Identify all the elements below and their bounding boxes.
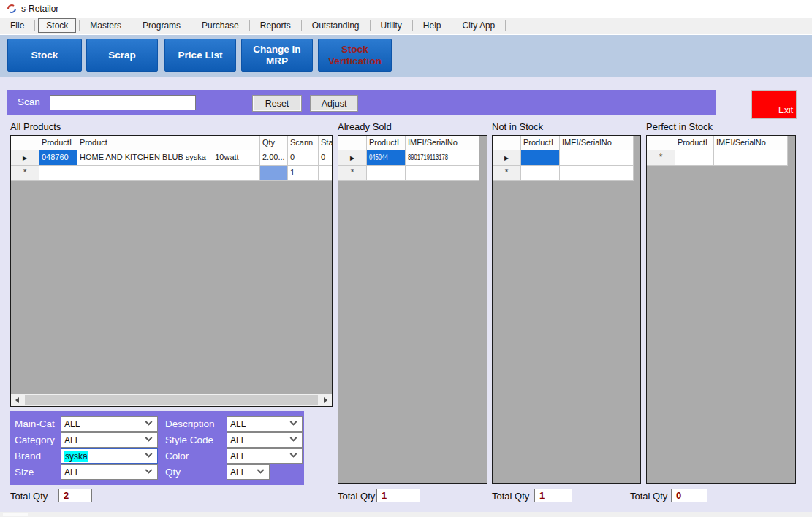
row-selector-header[interactable] [647, 136, 675, 150]
color-select[interactable]: ALL [227, 448, 303, 464]
all-products-total-qty-label: Total Qty [10, 491, 48, 502]
column-header-productid[interactable]: ProductI [675, 136, 714, 150]
app-icon [7, 4, 17, 14]
qty-select[interactable]: ALL [227, 464, 270, 480]
cell-imei[interactable] [560, 150, 634, 166]
column-header-imei[interactable]: IMEI/SerialNo [560, 136, 634, 150]
menu-item-help[interactable]: Help [413, 18, 452, 34]
brand-label: Brand [15, 451, 41, 462]
window-title: s-Retailor [21, 4, 58, 14]
not-in-stock-header-row: ProductI IMEI/SerialNo [493, 136, 640, 150]
cell-product-id[interactable] [39, 166, 77, 181]
new-row-indicator[interactable]: * [493, 166, 521, 181]
not-in-stock-title: Not in Stock [492, 121, 543, 132]
menu-item-purchase[interactable]: Purchase [191, 18, 249, 34]
new-row-indicator[interactable]: * [338, 166, 367, 181]
column-header-scanned[interactable]: Scann [288, 136, 319, 150]
main-area: Scan Reset Adjust Exit All Products Alre… [0, 77, 812, 517]
change-in-mrp-button[interactable]: Change In MRP [241, 39, 313, 72]
menu-item-file[interactable]: File [0, 18, 34, 34]
size-select[interactable]: ALL [61, 464, 158, 480]
reset-button[interactable]: Reset [252, 95, 302, 112]
table-row: ▶ 045044 8901719113178 [338, 150, 487, 166]
scroll-left-arrow-icon[interactable] [11, 394, 23, 406]
scroll-right-arrow-icon[interactable] [319, 394, 332, 406]
current-row-indicator[interactable]: ▶ [338, 150, 367, 166]
column-header-productid[interactable]: ProductI [521, 136, 560, 150]
description-select[interactable]: ALL [227, 416, 303, 432]
grid-empty-area [11, 181, 332, 394]
category-select[interactable]: ALL [61, 432, 158, 448]
cell-product-id[interactable] [521, 166, 560, 181]
column-header-productid[interactable]: ProductI [367, 136, 406, 150]
toolbar: Stock Scrap Price List Change In MRP Sto… [0, 35, 812, 77]
column-header-qty[interactable]: Qty [260, 136, 288, 150]
size-label: Size [15, 467, 34, 478]
menu-item-stock[interactable]: Stock [38, 18, 76, 33]
scan-bar: Scan Reset Adjust [7, 90, 716, 115]
current-row-icon: ▶ [350, 155, 354, 161]
perfect-in-stock-total-qty-value: 0 [671, 489, 707, 502]
row-selector-header[interactable] [11, 136, 39, 150]
row-selector-header[interactable] [338, 136, 367, 150]
column-header-imei[interactable]: IMEI/SerialNo [714, 136, 788, 150]
exit-button[interactable]: Exit [751, 90, 797, 119]
brand-select[interactable]: syska [61, 448, 158, 464]
menu-item-utility[interactable]: Utility [371, 18, 412, 34]
cell-product[interactable]: HOME AND KITCHEN BLUB syska 10watt [77, 150, 260, 166]
table-row: ▶ 048760 HOME AND KITCHEN BLUB syska 10w… [11, 150, 332, 166]
cell-imei[interactable]: 8901719113178 [406, 150, 479, 166]
column-header-status[interactable]: Sta [319, 136, 332, 150]
stock-button[interactable]: Stock [7, 39, 82, 72]
grid-empty-area [788, 150, 795, 166]
category-label: Category [15, 434, 55, 445]
scrap-button[interactable]: Scrap [86, 39, 158, 72]
cell-imei[interactable] [714, 150, 788, 166]
cell-qty[interactable]: 2.00... [260, 150, 288, 166]
cell-scanned[interactable]: 1 [288, 166, 319, 181]
new-row-indicator[interactable]: * [647, 150, 675, 166]
new-row-icon: * [659, 152, 663, 162]
price-list-button[interactable]: Price List [164, 39, 236, 72]
chevron-down-icon [290, 451, 297, 458]
cell-imei[interactable] [560, 166, 634, 181]
new-row-indicator[interactable]: * [11, 166, 39, 181]
scrollbar-track[interactable] [23, 394, 319, 406]
cell-product-id[interactable]: 048760 [39, 150, 77, 166]
cell-status[interactable] [319, 166, 332, 181]
already-sold-total-qty-value: 1 [376, 489, 420, 502]
stock-verification-button[interactable]: Stock Verification [318, 39, 392, 72]
bottom-strip [0, 512, 812, 517]
row-selector-header[interactable] [493, 136, 521, 150]
column-header-imei[interactable]: IMEI/SerialNo [406, 136, 479, 150]
grid-empty-area [479, 150, 487, 166]
filter-panel: Main-Cat ALL Category ALL Brand syska Si… [10, 411, 304, 485]
menu-item-outstanding[interactable]: Outstanding [302, 18, 370, 34]
cell-scanned[interactable]: 0 [288, 150, 319, 166]
adjust-button[interactable]: Adjust [310, 95, 358, 112]
menu-separator [505, 20, 506, 31]
not-in-stock-grid: ProductI IMEI/SerialNo ▶ * [492, 135, 641, 484]
cell-product-id[interactable] [675, 150, 714, 166]
cell-status[interactable]: 0 [319, 150, 332, 166]
current-row-indicator[interactable]: ▶ [493, 150, 521, 166]
menu-item-city-app[interactable]: City App [452, 18, 506, 34]
new-row-icon: * [505, 167, 509, 177]
main-cat-select[interactable]: ALL [61, 416, 158, 432]
column-header-product[interactable]: Product [77, 136, 260, 150]
cell-product[interactable] [77, 166, 260, 181]
cell-product-id[interactable]: 045044 [367, 150, 406, 166]
current-row-indicator[interactable]: ▶ [11, 150, 39, 166]
cell-qty-current[interactable] [260, 166, 288, 181]
menu-item-programs[interactable]: Programs [132, 18, 191, 34]
cell-product-id[interactable] [367, 166, 406, 181]
style-code-select[interactable]: ALL [227, 432, 303, 448]
menu-item-masters[interactable]: Masters [80, 18, 132, 34]
column-header-productid[interactable]: ProductI [39, 136, 77, 150]
cell-imei[interactable] [406, 166, 479, 181]
scrollbar-thumb[interactable] [25, 395, 318, 405]
scan-input[interactable] [50, 95, 196, 110]
horizontal-scrollbar[interactable] [11, 394, 332, 406]
cell-product-id[interactable] [521, 150, 560, 166]
menu-item-reports[interactable]: Reports [250, 18, 301, 34]
